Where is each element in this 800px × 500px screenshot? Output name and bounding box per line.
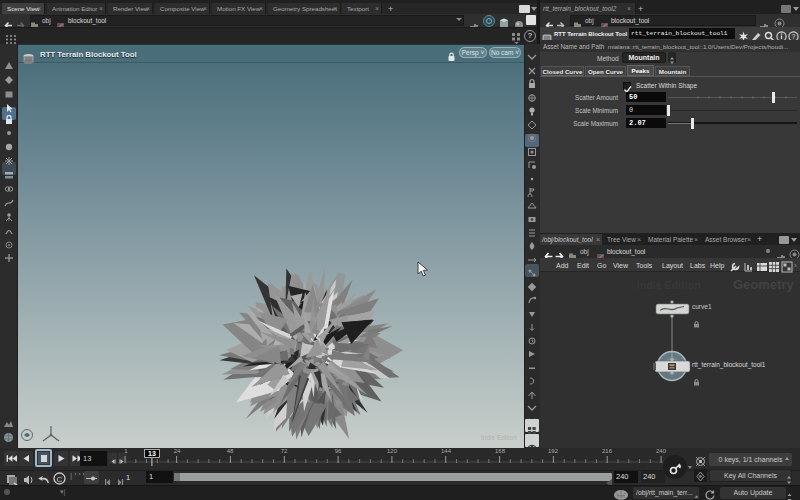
- svg-text:?: ?: [792, 33, 796, 40]
- svg-text:C: C: [57, 475, 63, 484]
